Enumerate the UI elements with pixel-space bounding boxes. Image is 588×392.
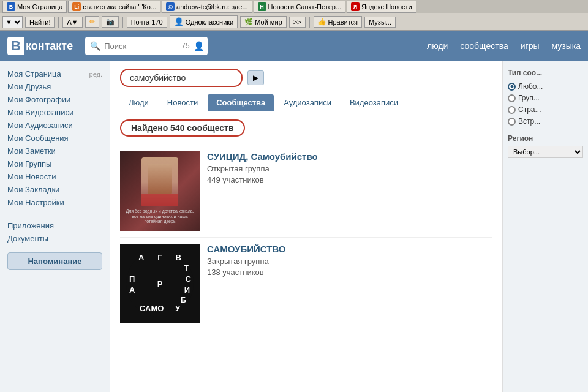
music-button[interactable]: Музы... bbox=[364, 17, 396, 28]
like-button[interactable]: 👍 Нравится bbox=[314, 16, 363, 28]
filter-option-2[interactable]: Стра... bbox=[508, 105, 583, 114]
tab-3[interactable]: @ andrew-tc@bk.ru: зде... bbox=[162, 1, 252, 13]
tab-news[interactable]: Новости bbox=[159, 94, 206, 111]
search-submit-btn[interactable]: ▶ bbox=[247, 70, 264, 85]
highlight-button[interactable]: ✏ bbox=[85, 16, 99, 28]
search-icon: 🔍 bbox=[90, 41, 100, 51]
community-type-2: Закрытая группа bbox=[207, 257, 492, 266]
sidebar-notes[interactable]: Мои Заметки bbox=[7, 145, 102, 157]
tab-3-label: andrew-tc@bk.ru: зде... bbox=[176, 3, 248, 10]
sep-3 bbox=[309, 17, 310, 28]
sidebar-videos[interactable]: Мои Видеозаписи bbox=[7, 106, 102, 119]
community-info-1: СУИЦИД, Самоубийство Открытая группа 449… bbox=[207, 151, 492, 184]
sidebar-photos[interactable]: Мои Фотографии bbox=[7, 93, 102, 106]
tab-audio[interactable]: Аудиозаписи bbox=[275, 94, 340, 111]
vk-main: ▶ Люди Новости Сообщества Аудиозаписи Ви… bbox=[110, 61, 502, 392]
sidebar-audio[interactable]: Мои Аудиозаписи bbox=[7, 119, 102, 132]
nav-music[interactable]: музыка bbox=[552, 41, 581, 51]
browser-tabs-bar: В Моя Страница Li статистика сайта ""Ко.… bbox=[0, 0, 588, 13]
sidebar-my-page[interactable]: Моя Страница bbox=[7, 67, 61, 80]
nav-people[interactable]: люди bbox=[427, 41, 448, 51]
filter-option-0[interactable]: Любо... bbox=[508, 82, 583, 91]
sidebar-divider-1 bbox=[7, 214, 102, 214]
filter-label-3: Встр... bbox=[518, 117, 540, 126]
vk-logo-b-letter: В bbox=[7, 37, 24, 55]
sidebar-reminder[interactable]: Напоминание bbox=[7, 252, 102, 270]
tab-people[interactable]: Люди bbox=[120, 94, 157, 111]
community-name-1[interactable]: СУИЦИД, Самоубийство bbox=[207, 151, 492, 162]
community-type-1: Открытая группа bbox=[207, 164, 492, 173]
sidebar-bookmarks[interactable]: Мои Закладки bbox=[7, 183, 102, 196]
find-button[interactable]: Найти! bbox=[25, 17, 55, 28]
vk-sidebar: Моя Страница ред. Мои Друзья Мои Фотогра… bbox=[0, 61, 110, 392]
community-thumb-2[interactable]: Г В Т С И Б У Р А САМО П А bbox=[120, 244, 200, 323]
radio-2[interactable] bbox=[508, 106, 516, 114]
tab-4-label: Новости Санкт-Петер... bbox=[268, 3, 342, 10]
tab-4[interactable]: Н Новости Санкт-Петер... bbox=[254, 1, 346, 13]
search-count: 75 bbox=[181, 42, 189, 50]
vk-right-panel: Тип соо... Любо... Груп... Стра... Встр.… bbox=[502, 61, 588, 392]
tab-3-icon: @ bbox=[166, 2, 175, 11]
tab-5[interactable]: Я Яндекс.Новости bbox=[347, 1, 417, 13]
ok-icon: 👤 bbox=[174, 17, 184, 26]
filter-option-1[interactable]: Груп... bbox=[508, 94, 583, 102]
radio-0[interactable] bbox=[508, 83, 516, 91]
mail-button[interactable]: Почта 170 bbox=[127, 17, 167, 28]
vk-search-input[interactable] bbox=[104, 42, 178, 51]
sidebar-docs[interactable]: Документы bbox=[7, 232, 102, 245]
region-select[interactable]: Выбор... bbox=[508, 146, 583, 158]
browser-back-dropdown[interactable]: ▼ bbox=[2, 16, 23, 28]
search-query-input[interactable] bbox=[120, 69, 243, 87]
tab-2-label: статистика сайта ""Ко... bbox=[83, 3, 156, 10]
sidebar-messages[interactable]: Мои Сообщения bbox=[7, 132, 102, 145]
tab-2-icon: Li bbox=[72, 2, 81, 11]
browser-toolbar: ▼ Найти! А▼ ✏ 📷 Почта 170 👤 Одноклассник… bbox=[0, 13, 588, 31]
tab-2[interactable]: Li статистика сайта ""Ко... bbox=[68, 1, 160, 13]
results-header: Найдено 540 сообществ bbox=[120, 119, 245, 137]
community-name-2[interactable]: САМОУБИЙСТВО bbox=[207, 244, 492, 254]
letter-t: Т bbox=[184, 263, 189, 273]
more-button[interactable]: >> bbox=[289, 17, 306, 28]
sidebar-friends[interactable]: Мои Друзья bbox=[7, 80, 102, 93]
search-user-icon: 👤 bbox=[194, 41, 204, 51]
font-button[interactable]: А▼ bbox=[62, 17, 82, 28]
letter-g: Г bbox=[157, 253, 162, 262]
filter-type-title: Тип соо... bbox=[508, 69, 583, 77]
nav-communities[interactable]: сообщества bbox=[460, 41, 508, 51]
sidebar-news[interactable]: Мои Новости bbox=[7, 170, 102, 183]
tab-communities[interactable]: Сообщества bbox=[208, 94, 274, 111]
letter-samo: САМО bbox=[140, 304, 164, 313]
letter-a2: А bbox=[129, 285, 135, 295]
radio-1[interactable] bbox=[508, 94, 516, 102]
tab-5-icon: Я bbox=[351, 2, 360, 11]
sidebar-groups[interactable]: Мои Группы bbox=[7, 157, 102, 170]
letter-left-1: А bbox=[138, 253, 144, 262]
mir-button[interactable]: 🌿 Мой мир bbox=[240, 16, 286, 28]
tab-1-icon: В bbox=[7, 2, 15, 11]
thumb-2-circle: Г В Т С И Б У Р А САМО П А bbox=[126, 250, 194, 317]
community-info-2: САМОУБИЙСТВО Закрытая группа 138 участни… bbox=[207, 244, 492, 277]
community-card-2: Г В Т С И Б У Р А САМО П А САМОУБИЙСТВО … bbox=[120, 238, 492, 330]
sidebar-edit-link[interactable]: ред. bbox=[89, 70, 102, 78]
vk-logo[interactable]: В контакте bbox=[7, 37, 73, 55]
vk-header: В контакте 🔍 75 👤 люди сообщества игры м… bbox=[0, 31, 588, 61]
radio-3[interactable] bbox=[508, 118, 516, 126]
filter-option-3[interactable]: Встр... bbox=[508, 117, 583, 126]
vk-nav: люди сообщества игры музыка bbox=[427, 41, 581, 51]
camera-button[interactable]: 📷 bbox=[102, 16, 119, 28]
ok-button[interactable]: 👤 Одноклассники bbox=[170, 15, 238, 28]
community-thumb-1[interactable]: Для без родных и детства канала, все на … bbox=[120, 151, 200, 231]
tab-video[interactable]: Видеозаписи bbox=[341, 94, 407, 111]
tab-5-label: Яндекс.Новости bbox=[361, 3, 412, 10]
letter-center: Р bbox=[157, 279, 163, 288]
tab-1[interactable]: В Моя Страница bbox=[2, 1, 67, 13]
sep-1 bbox=[58, 17, 59, 28]
thumb-1-caption: Для без родных и детства канала, все на … bbox=[120, 209, 200, 224]
region-section: Регион Выбор... bbox=[508, 134, 583, 158]
sidebar-settings[interactable]: Мои Настройки bbox=[7, 196, 102, 209]
sep-2 bbox=[123, 17, 123, 28]
thumb-1-image bbox=[141, 157, 178, 206]
nav-games[interactable]: игры bbox=[521, 41, 540, 51]
tab-4-icon: Н bbox=[258, 2, 266, 11]
sidebar-apps[interactable]: Приложения bbox=[7, 219, 102, 232]
